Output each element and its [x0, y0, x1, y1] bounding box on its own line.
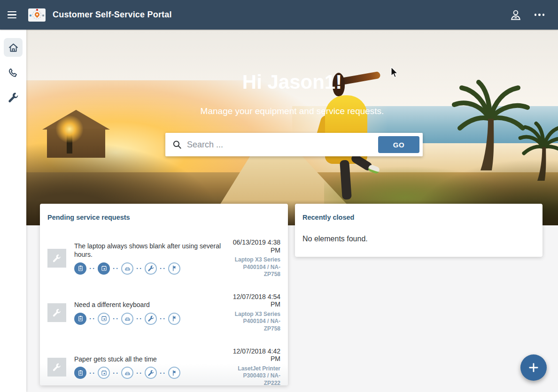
stage-clipboard-icon — [74, 262, 86, 275]
photo-shape — [42, 110, 122, 163]
service-request-item[interactable]: Paper gets stuck all the time ·· ·· ·· ·… — [40, 347, 288, 387]
phone-icon — [8, 67, 19, 78]
sidebar-item-contact[interactable] — [4, 63, 23, 82]
request-thumbnail — [47, 249, 66, 268]
request-title: The laptop always shows blank after usin… — [74, 242, 223, 259]
person-icon[interactable] — [509, 8, 522, 22]
stage-calendar-icon — [98, 262, 110, 275]
service-request-item[interactable]: The laptop always shows blank after usin… — [40, 238, 288, 278]
request-product-link[interactable]: Laptop X3 Series P400104 / NA-ZP758 — [231, 311, 280, 333]
request-datetime: 12/07/2018 4:42 PM — [231, 347, 280, 363]
shell-bar: Customer Self-Service Portal — [0, 0, 558, 30]
stage-wrench-icon — [145, 313, 157, 325]
stage-flag-icon — [168, 262, 180, 275]
wrench-icon — [52, 254, 62, 263]
portal-logo-icon — [28, 8, 46, 22]
photo-shape — [67, 125, 72, 154]
status-stage-track: ·· ·· ·· ·· — [74, 313, 223, 325]
card-title: Pending service requests — [47, 214, 130, 221]
pending-requests-card: Pending service requests The laptop alwa… — [40, 204, 288, 385]
request-datetime: 12/07/2018 4:54 PM — [231, 293, 280, 308]
go-button[interactable]: GO — [378, 136, 419, 153]
stage-car-icon — [121, 262, 133, 275]
hero-photo: Hi Jason1! Manage your equipment and ser… — [26, 30, 558, 225]
wrench-icon — [52, 308, 62, 317]
recently-closed-card: Recently closed No elements found. — [295, 204, 542, 257]
stage-car-icon — [121, 313, 133, 325]
sidebar-item-home[interactable] — [4, 38, 23, 57]
stage-calendar-icon — [98, 367, 110, 379]
search-input[interactable] — [187, 140, 378, 150]
stage-wrench-icon — [145, 367, 157, 379]
side-navigation — [0, 30, 26, 392]
request-title: Need a different keyboard — [74, 301, 223, 309]
empty-message: No elements found. — [295, 224, 542, 254]
overflow-dots-icon[interactable] — [534, 11, 546, 19]
wrench-icon — [8, 92, 19, 103]
stage-clipboard-icon — [74, 367, 86, 379]
hero-subtitle: Manage your equipment and service reques… — [26, 106, 558, 116]
search-bar: GO — [165, 133, 423, 156]
stage-wrench-icon — [145, 262, 157, 275]
hamburger-icon[interactable] — [8, 9, 20, 21]
request-product-link[interactable]: Laptop X3 Series P400104 / NA-ZP758 — [231, 256, 280, 278]
search-icon — [172, 139, 182, 150]
hero-greeting: Hi Jason1! — [26, 71, 558, 93]
plus-icon — [528, 362, 539, 373]
add-request-fab-button[interactable] — [520, 354, 547, 381]
stage-flag-icon — [168, 367, 180, 379]
service-request-item[interactable]: Need a different keyboard ·· ·· ·· ·· 12… — [40, 293, 288, 333]
stage-car-icon — [121, 367, 133, 379]
stage-clipboard-icon — [74, 313, 86, 325]
status-stage-track: ·· ·· ·· ·· — [74, 367, 223, 379]
sidebar-item-service[interactable] — [4, 88, 23, 107]
request-datetime: 06/13/2019 4:38 PM — [231, 238, 280, 254]
wrench-icon — [52, 362, 62, 372]
card-header: Recently closed — [295, 204, 542, 224]
card-header: Pending service requests — [40, 204, 288, 224]
stage-calendar-icon — [98, 313, 110, 325]
home-icon — [8, 42, 19, 54]
request-thumbnail — [47, 303, 66, 322]
status-stage-track: ·· ·· ·· ·· — [74, 262, 223, 275]
card-title: Recently closed — [302, 214, 354, 221]
request-thumbnail — [47, 358, 66, 377]
app-title: Customer Self-Service Portal — [53, 10, 172, 20]
request-list: The laptop always shows blank after usin… — [40, 238, 288, 387]
stage-flag-icon — [168, 313, 180, 325]
main-content: Hi Jason1! Manage your equipment and ser… — [26, 30, 558, 392]
request-title: Paper gets stuck all the time — [74, 355, 223, 364]
request-product-link[interactable]: LasetJet Printer P300403 / NA-ZP222 — [231, 365, 280, 387]
